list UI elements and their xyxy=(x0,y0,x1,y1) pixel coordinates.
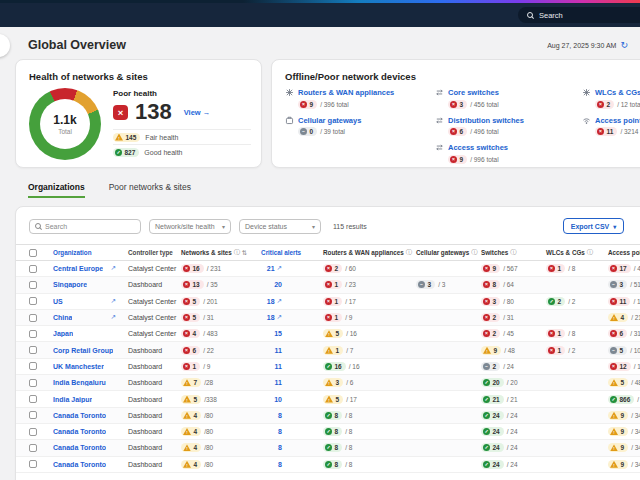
error-icon: × xyxy=(597,128,604,135)
refresh-icon[interactable]: ↻ xyxy=(620,41,628,50)
export-csv-button[interactable]: Export CSV▾ xyxy=(563,218,625,234)
row-checkbox-cell xyxy=(16,444,50,452)
external-link-icon[interactable]: ↗ xyxy=(277,265,282,272)
device-count-total: / 456 total xyxy=(470,101,499,108)
view-link[interactable]: View → xyxy=(184,108,211,117)
external-link-icon[interactable]: ↗ xyxy=(277,298,282,305)
row-checkbox[interactable] xyxy=(29,314,37,322)
organization-link[interactable]: India Jaipur xyxy=(53,396,92,403)
network-site-health-dropdown[interactable]: Network/site health▾ xyxy=(149,219,231,234)
organization-cell: Corp Retail Group xyxy=(50,347,124,354)
organization-link[interactable]: Canada Toronto xyxy=(53,428,106,435)
external-link-icon[interactable]: ↗ xyxy=(277,314,282,321)
critical-alerts-link[interactable]: 8 xyxy=(278,428,282,435)
critical-alerts-link[interactable]: 8 xyxy=(278,461,282,468)
critical-alerts-link[interactable]: 21 xyxy=(267,265,275,272)
column-header-label: Routers & WAN appliances xyxy=(323,249,404,256)
info-icon[interactable]: ⓘ xyxy=(234,248,240,257)
critical-alerts-link[interactable]: 8 xyxy=(278,444,282,451)
table-row: Canada TorontoDashboard!4/808✓8/ 8✓24/ 2… xyxy=(16,440,640,456)
info-icon[interactable]: ⓘ xyxy=(510,248,516,257)
device-type-link[interactable]: Core switches xyxy=(435,88,582,97)
routers-wan-badge: !5 xyxy=(323,395,343,404)
row-checkbox[interactable] xyxy=(29,265,37,273)
routers-wan-total: / 17 xyxy=(346,396,357,403)
critical-alerts-link[interactable]: 8 xyxy=(278,412,282,419)
switches-total: / 64 xyxy=(503,281,514,288)
error-icon: × xyxy=(610,330,617,337)
wlcs-cgs-cell: ✓2/ 2 xyxy=(526,297,588,306)
device-type-link[interactable]: Distribution switches xyxy=(435,116,582,125)
routers-wan-cell: !1/ 7 xyxy=(308,346,396,355)
organization-link[interactable]: Canada Toronto xyxy=(53,412,106,419)
table-search-input[interactable]: Search xyxy=(29,219,141,234)
row-checkbox[interactable] xyxy=(29,428,37,436)
device-type-link[interactable]: Access points xyxy=(582,116,640,125)
critical-alerts-link[interactable]: 11 xyxy=(275,347,282,354)
row-checkbox[interactable] xyxy=(29,281,37,289)
row-checkbox[interactable] xyxy=(29,346,37,354)
gateway-icon xyxy=(285,116,294,125)
organization-link[interactable]: Japan xyxy=(53,330,73,337)
device-type-link[interactable]: Routers & WAN appliances xyxy=(285,88,435,97)
organization-link[interactable]: India Bengaluru xyxy=(53,379,106,386)
sidebar-toggle-button[interactable] xyxy=(0,34,10,57)
switch-icon xyxy=(435,116,444,125)
tab-poor-networks-sites[interactable]: Poor networks & sites xyxy=(109,182,191,198)
row-checkbox[interactable] xyxy=(29,297,37,305)
external-link-icon[interactable]: ↗ xyxy=(111,314,116,321)
device-type-link[interactable]: Access switches xyxy=(435,143,582,152)
offline-devices-card-title: Offline/Poor network devices xyxy=(285,71,640,82)
organization-link[interactable]: Canada Toronto xyxy=(53,444,106,451)
organization-link[interactable]: Corp Retail Group xyxy=(53,347,113,354)
routers-wan-cell: ×1/ 9 xyxy=(308,313,396,322)
access-points-total: / 109 xyxy=(630,347,640,354)
organization-link[interactable]: Central Europe xyxy=(53,265,103,272)
column-header-select-all[interactable] xyxy=(16,249,50,257)
external-link-icon[interactable]: ↗ xyxy=(111,265,116,272)
critical-alerts-link[interactable]: 11 xyxy=(275,379,282,386)
organization-link[interactable]: Singapore xyxy=(53,281,87,288)
critical-alerts-link[interactable]: 15 xyxy=(274,330,282,337)
global-search-input[interactable]: Search xyxy=(518,7,640,23)
column-header-networks-sites[interactable]: Networks & sitesⓘ⇅ xyxy=(178,248,262,257)
networks-sites-total: /80 xyxy=(204,444,213,451)
device-type-label: Access switches xyxy=(448,143,508,152)
device-type-link[interactable]: Cellular gateways xyxy=(285,116,435,125)
row-checkbox[interactable] xyxy=(29,362,37,370)
switches-badge: ×3 xyxy=(481,297,500,306)
fair-health-row: !145 Fair health xyxy=(113,129,251,144)
device-type-link[interactable]: WLCs & CGs xyxy=(582,88,640,97)
tab-organizations[interactable]: Organizations xyxy=(28,182,85,198)
organization-link[interactable]: Canada Toronto xyxy=(53,461,106,468)
row-checkbox[interactable] xyxy=(29,411,37,419)
access-points-cell: !9/ 342 xyxy=(588,460,640,469)
device-type-stat: ×3/ 456 total xyxy=(448,100,582,109)
organization-link[interactable]: UK Manchester xyxy=(53,363,104,370)
critical-alerts-link[interactable]: 10 xyxy=(274,396,282,403)
select-all-checkbox[interactable] xyxy=(29,249,37,257)
access-points-badge: !9 xyxy=(608,427,628,436)
organization-link[interactable]: China xyxy=(53,314,72,321)
row-checkbox[interactable] xyxy=(29,460,37,468)
warning-icon: ! xyxy=(610,379,618,386)
critical-alerts-link[interactable]: 18 xyxy=(267,314,275,321)
device-count-badge: ×3 xyxy=(448,100,467,109)
warning-icon: ! xyxy=(183,412,191,419)
sort-icon[interactable]: ⇅ xyxy=(242,249,247,257)
networks-sites-total: / 22 xyxy=(203,347,214,354)
critical-alerts-link[interactable]: 11 xyxy=(275,363,282,370)
row-checkbox[interactable] xyxy=(29,379,37,387)
row-checkbox[interactable] xyxy=(29,395,37,403)
row-checkbox-cell xyxy=(16,265,50,273)
routers-wan-cell: ✓8/ 8 xyxy=(308,411,396,420)
networks-sites-total: /28 xyxy=(204,379,213,386)
top-navigation-bar: Search xyxy=(0,3,640,27)
row-checkbox[interactable] xyxy=(29,330,37,338)
organization-link[interactable]: US xyxy=(53,298,63,305)
critical-alerts-link[interactable]: 18 xyxy=(267,298,275,305)
external-link-icon[interactable]: ↗ xyxy=(111,298,116,305)
critical-alerts-link[interactable]: 20 xyxy=(274,281,282,288)
device-status-dropdown[interactable]: Device status▾ xyxy=(239,219,321,234)
row-checkbox[interactable] xyxy=(29,444,37,452)
